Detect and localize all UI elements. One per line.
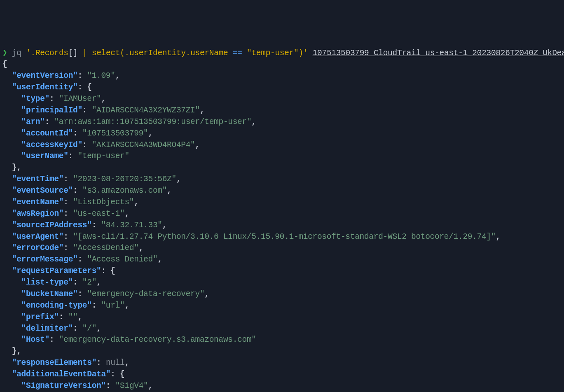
key-errormessage: "errorMessage": [12, 255, 78, 264]
value-listtype: "2": [82, 278, 96, 287]
value-prefix: "": [68, 313, 78, 322]
jq-brackets: []: [68, 49, 78, 58]
value-eventtime: "2023-08-26T20:35:56Z": [73, 175, 176, 184]
value-principalid: "AIDARSCCN4A3X2YWZ37ZI": [92, 106, 200, 115]
key-accountid: "accountId": [21, 129, 73, 138]
prompt-symbol: ❯: [2, 49, 7, 58]
jq-equals: ==: [233, 49, 242, 58]
key-username: "userName": [21, 152, 68, 161]
jq-select-close: )': [298, 49, 308, 58]
key-useridentity: "userIdentity": [12, 83, 78, 92]
key-errorcode: "errorCode": [12, 243, 63, 252]
key-eventversion: "eventVersion": [12, 71, 78, 80]
value-username: "temp-user": [77, 152, 129, 161]
jq-path: .userIdentity.userName: [125, 49, 233, 58]
value-type: "IAMUser": [59, 94, 101, 103]
key-useragent: "userAgent": [12, 232, 63, 241]
key-prefix: "prefix": [21, 313, 59, 322]
command-name: jq: [12, 49, 21, 58]
value-bucketname: "emergency-data-recovery": [87, 289, 204, 299]
value-useragent: "[aws-cli/1.27.74 Python/3.10.6 Linux/5.…: [73, 232, 496, 241]
key-responseelements: "responseElements": [12, 358, 96, 367]
key-eventname: "eventName": [12, 198, 63, 207]
key-eventtime: "eventTime": [12, 175, 63, 184]
value-accesskeyid: "AKIARSCCN4A3WD4RO4P4": [92, 140, 195, 149]
value-delimiter: "/": [82, 324, 96, 333]
value-awsregion: "us-east-1": [73, 209, 124, 218]
key-sourceip: "sourceIPAddress": [12, 221, 92, 230]
value-errormessage: "Access Denied": [87, 255, 157, 264]
value-eventname: "ListObjects": [73, 198, 134, 207]
value-sourceip: "84.32.71.33": [101, 221, 162, 230]
value-errorcode: "AccessDenied": [73, 243, 139, 252]
key-bucketname: "bucketName": [21, 289, 78, 299]
key-additionaleventdata: "additionalEventData": [12, 370, 110, 379]
value-host: "emergency-data-recovery.s3.amazonaws.co…: [59, 335, 256, 344]
key-host: "Host": [21, 335, 49, 344]
filename: 107513503799_CloudTrail_us-east-1_202308…: [313, 49, 564, 58]
value-encodingtype: "url": [101, 301, 124, 310]
value-signatureversion: "SigV4": [115, 381, 148, 390]
key-type: "type": [21, 94, 49, 103]
key-listtype: "list-type": [21, 278, 73, 287]
key-delimiter: "delimiter": [21, 324, 73, 333]
terminal-output[interactable]: ❯ jq '.Records[] | select(.userIdentity.…: [2, 48, 562, 392]
value-accountid: "107513503799": [82, 129, 148, 138]
key-requestparams: "requestParameters": [12, 266, 101, 275]
value-eventversion: "1.09": [87, 71, 115, 80]
jq-select-open: select(: [92, 49, 125, 58]
jq-pipe: |: [78, 49, 92, 58]
value-eventsource: "s3.amazonaws.com": [82, 186, 167, 195]
key-signatureversion: "SignatureVersion": [21, 381, 106, 390]
key-encodingtype: "encoding-type": [21, 301, 92, 310]
value-responseelements: null: [106, 358, 125, 367]
key-awsregion: "awsRegion": [12, 209, 63, 218]
key-principalid: "principalId": [21, 106, 82, 115]
value-arn: "arn:aws:iam::107513503799:user/temp-use…: [54, 117, 251, 126]
jq-filter-prefix: '.Records: [26, 49, 68, 58]
key-eventsource: "eventSource": [12, 186, 73, 195]
jq-value: "temp-user": [242, 49, 299, 58]
key-accesskeyid: "accessKeyId": [21, 140, 82, 149]
key-arn: "arn": [21, 117, 45, 126]
json-open-brace: {: [2, 60, 7, 69]
